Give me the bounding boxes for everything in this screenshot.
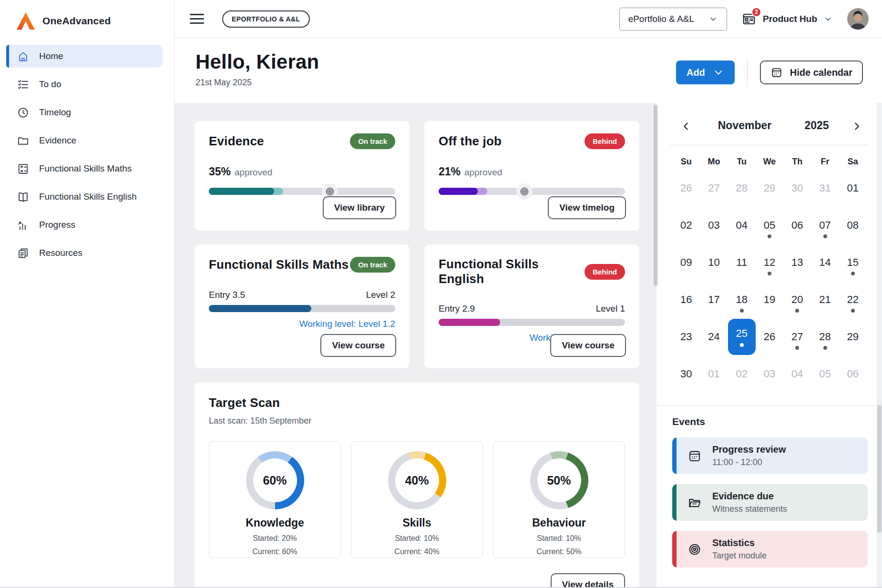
- weekday-label: Th: [783, 157, 811, 167]
- calendar-day[interactable]: 01: [839, 170, 867, 207]
- calendar-day[interactable]: 26: [672, 170, 700, 207]
- day-number: 31: [819, 182, 831, 194]
- calendar-day[interactable]: 09: [672, 244, 700, 281]
- donut-label: Knowledge: [246, 517, 304, 529]
- progress-fill: [209, 305, 311, 312]
- calendar-day[interactable]: 12: [756, 244, 783, 281]
- calendar-day[interactable]: 16: [672, 281, 700, 318]
- card-evidence: EvidenceOn track35%approvedView library: [195, 121, 410, 231]
- event-dot: [740, 343, 744, 347]
- calendar-day[interactable]: 04: [783, 355, 811, 393]
- calendar-day[interactable]: 19: [756, 281, 783, 318]
- calendar-day[interactable]: 08: [839, 207, 867, 244]
- weekday-label: Su: [672, 157, 700, 167]
- weekday-label: Sa: [839, 157, 867, 167]
- calendar-day[interactable]: 27: [783, 318, 811, 355]
- card-actions: View library: [323, 196, 396, 219]
- calendar-day[interactable]: 13: [783, 244, 811, 281]
- calendar-day[interactable]: 25: [728, 318, 756, 355]
- view-button[interactable]: View course: [550, 334, 626, 357]
- calendar-day[interactable]: 03: [756, 355, 783, 393]
- product-hub-button[interactable]: 2 Product Hub: [741, 11, 833, 27]
- main-content: EvidenceOn track35%approvedView libraryO…: [174, 103, 656, 588]
- calendar-day[interactable]: 27: [700, 170, 728, 207]
- card-actions: View course: [320, 334, 396, 357]
- event-statistics[interactable]: StatisticsTarget module: [672, 531, 868, 568]
- calendar-day[interactable]: 20: [783, 281, 811, 318]
- calendar-day[interactable]: 23: [672, 318, 700, 355]
- calendar-day[interactable]: 02: [728, 355, 756, 393]
- calendar-day[interactable]: 15: [839, 244, 867, 281]
- sidebar-item-resources[interactable]: Resources: [6, 242, 163, 264]
- percent-value: 35%: [209, 165, 231, 178]
- page-scrollbar-thumb[interactable]: [877, 405, 882, 533]
- calendar-day[interactable]: 31: [811, 170, 839, 207]
- calendar-day[interactable]: 07: [811, 207, 839, 244]
- sidebar-item-functional-skills-english[interactable]: Functional Skills English: [6, 185, 163, 208]
- calendar-day[interactable]: 24: [700, 318, 728, 355]
- hide-calendar-button[interactable]: Hide calendar: [760, 61, 863, 84]
- calendar-day[interactable]: 22: [839, 281, 867, 318]
- calendar-day[interactable]: 29: [756, 170, 783, 207]
- sidebar-item-functional-skills-maths[interactable]: Functional Skills Maths: [6, 157, 163, 180]
- calendar-day[interactable]: 06: [783, 207, 811, 244]
- calendar-day[interactable]: 06: [839, 355, 867, 393]
- day-number: 04: [736, 219, 747, 232]
- view-button[interactable]: View library: [323, 196, 396, 219]
- calendar-day-selected[interactable]: 25: [728, 319, 756, 355]
- calendar-day[interactable]: 04: [728, 207, 756, 244]
- workspace-selector[interactable]: ePortfolio & A&L: [619, 8, 727, 30]
- working-level-link[interactable]: Working level: Level 1.2: [209, 319, 395, 329]
- chevron-right-icon[interactable]: [851, 120, 863, 132]
- percent-value: 21%: [439, 165, 461, 178]
- day-number: 22: [847, 294, 859, 306]
- view-button[interactable]: View timelog: [548, 196, 626, 219]
- calendar-icon: [770, 66, 783, 79]
- event-progress-review[interactable]: Progress review11:00 - 12:00: [672, 437, 868, 474]
- event-dot: [768, 234, 771, 238]
- chevron-left-icon[interactable]: [680, 120, 692, 132]
- calendar-day[interactable]: 28: [811, 318, 839, 355]
- calendar-day[interactable]: 05: [811, 355, 839, 393]
- calendar-day[interactable]: 01: [700, 355, 728, 393]
- calendar-day[interactable]: 17: [700, 281, 728, 318]
- level-target: Level 1: [596, 304, 625, 314]
- calendar-day[interactable]: 21: [811, 281, 839, 318]
- add-button[interactable]: Add: [676, 61, 735, 84]
- sidebar-item-evidence[interactable]: Evidence: [6, 129, 163, 152]
- donut-card-knowledge: 60%KnowledgeStarted: 20%Current: 60%: [209, 441, 341, 558]
- event-evidence-due[interactable]: Evidence dueWitness statements: [672, 484, 868, 521]
- sidebar-item-home[interactable]: Home: [6, 45, 163, 68]
- events-section: Events Progress review11:00 - 12:00Evide…: [657, 405, 882, 568]
- calendar-day[interactable]: 30: [783, 170, 811, 207]
- notification-badge: 2: [751, 7, 761, 17]
- calendar-day[interactable]: 03: [700, 207, 728, 244]
- card-functional-skills-maths: Functional Skills MathsOn trackEntry 3.5…: [195, 244, 410, 368]
- main-scrollbar[interactable]: [654, 105, 657, 286]
- view-details-button[interactable]: View details: [551, 573, 625, 588]
- avatar[interactable]: [847, 8, 869, 30]
- calendar-year[interactable]: 2025: [795, 119, 838, 132]
- calendar-month[interactable]: November: [702, 119, 788, 132]
- calendar-day[interactable]: 10: [700, 244, 728, 281]
- calendar-day[interactable]: 30: [672, 355, 700, 393]
- sidebar-item-progress[interactable]: Progress: [6, 213, 163, 236]
- event-dot: [851, 272, 855, 275]
- calendar-day[interactable]: 11: [728, 244, 756, 281]
- calendar-day[interactable]: 14: [811, 244, 839, 281]
- day-number: 17: [708, 294, 719, 306]
- sidebar-item-to-do[interactable]: To do: [6, 73, 163, 96]
- view-button[interactable]: View course: [320, 334, 396, 357]
- calendar-day[interactable]: 18: [728, 281, 756, 318]
- calendar-day[interactable]: 05: [756, 207, 783, 244]
- folder-icon: [17, 134, 30, 147]
- add-button-label: Add: [687, 67, 705, 78]
- sidebar-item-timelog[interactable]: Timelog: [6, 101, 163, 124]
- page-scrollbar[interactable]: [877, 103, 882, 588]
- calendar-day[interactable]: 28: [728, 170, 756, 207]
- calendar-day[interactable]: 26: [756, 318, 783, 355]
- menu-icon[interactable]: [190, 14, 204, 24]
- home-icon: [17, 50, 30, 63]
- calendar-day[interactable]: 29: [839, 318, 867, 355]
- calendar-day[interactable]: 02: [672, 207, 700, 244]
